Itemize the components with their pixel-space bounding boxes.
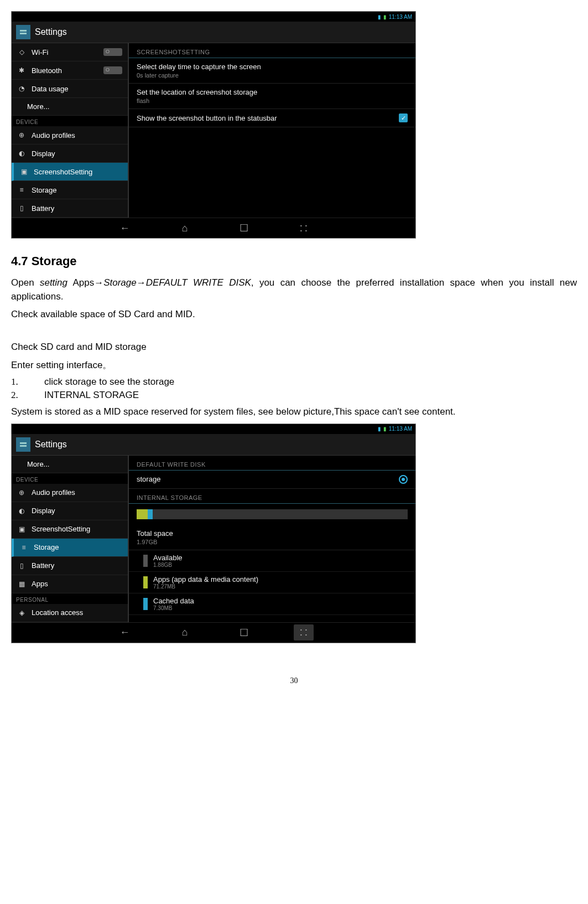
sidebar-item-storage[interactable]: ≡ Storage bbox=[12, 181, 128, 199]
detail-section-default-disk: DEFAULT WRITE DISK bbox=[129, 456, 415, 471]
paragraph-1: Open setting Apps→Storage→DEFAULT WRITE … bbox=[11, 276, 577, 303]
sidebar-item-battery[interactable]: ▯ Battery bbox=[12, 557, 128, 575]
storage-icon: ≡ bbox=[17, 185, 26, 194]
sidebar-item-audio[interactable]: ⊕ Audio profiles bbox=[12, 126, 128, 144]
screenshot-2: ▮ ▮ 11:13 AM Settings More... DEVICE ⊕ A… bbox=[11, 423, 416, 643]
status-bar: ▮ ▮ 11:13 AM bbox=[12, 12, 415, 22]
sidebar-item-bluetooth[interactable]: ✱ Bluetooth bbox=[12, 61, 128, 80]
recent-button[interactable]: ☐ bbox=[233, 624, 255, 641]
storage-usage-bar bbox=[137, 509, 408, 519]
screenshot-icon: ▣ bbox=[19, 167, 28, 176]
detail-item-delay[interactable]: Select delay time to capture the screen … bbox=[129, 58, 415, 84]
detail-section-header: SCREENSHOTSETTING bbox=[129, 43, 415, 58]
sidebar-item-display[interactable]: ◐ Display bbox=[12, 144, 128, 163]
sidebar-item-screenshot[interactable]: ▣ ScreenshotSetting bbox=[12, 520, 128, 539]
sidebar-item-audio[interactable]: ⊕ Audio profiles bbox=[12, 484, 128, 502]
sidebar-item-location[interactable]: ◈ Location access bbox=[12, 604, 128, 622]
wifi-icon: ◇ bbox=[17, 48, 26, 56]
detail-item-storage-radio[interactable]: storage bbox=[129, 471, 415, 489]
storage-segment-cached bbox=[148, 509, 153, 519]
storage-radio[interactable] bbox=[399, 475, 408, 484]
data-usage-icon: ◔ bbox=[17, 84, 26, 93]
sidebar-item-label: Bluetooth bbox=[32, 66, 62, 75]
sidebar-item-battery[interactable]: ▯ Battery bbox=[12, 199, 128, 218]
sidebar-item-storage[interactable]: ≡ Storage bbox=[12, 539, 128, 557]
detail-item-title: Show the screenshot button in the status… bbox=[137, 114, 277, 122]
swatch-cached bbox=[143, 598, 148, 610]
home-button[interactable]: ⌂ bbox=[175, 220, 195, 236]
show-checkbox[interactable]: ✓ bbox=[399, 113, 408, 122]
sidebar-item-more[interactable]: More... bbox=[12, 456, 128, 473]
sidebar-item-label: More... bbox=[27, 102, 49, 111]
battery-icon: ▯ bbox=[17, 561, 26, 570]
audio-icon: ⊕ bbox=[17, 488, 26, 497]
sidebar-section-device: DEVICE bbox=[12, 473, 128, 484]
svg-rect-2 bbox=[20, 442, 27, 444]
signal-icon: ▮ bbox=[378, 426, 381, 432]
sidebar: ◇ Wi-Fi ✱ Bluetooth ◔ Data usage More...… bbox=[12, 43, 129, 218]
apps-icon: ▦ bbox=[17, 580, 26, 588]
row-title: Available bbox=[153, 554, 183, 562]
paragraph-3: Check SD card and MID storage bbox=[11, 340, 577, 354]
sidebar-item-label: Data usage bbox=[32, 85, 69, 93]
sidebar-item-label: Audio profiles bbox=[32, 488, 75, 497]
sidebar-item-display[interactable]: ◐ Display bbox=[12, 502, 128, 520]
bluetooth-toggle[interactable] bbox=[103, 66, 122, 74]
sidebar-item-label: Storage bbox=[32, 186, 57, 194]
sidebar-item-apps[interactable]: ▦ Apps bbox=[12, 575, 128, 593]
detail-item-title: Set the location of screenshot storage bbox=[137, 88, 257, 96]
sidebar-item-screenshot[interactable]: ▣ ScreenshotSetting bbox=[12, 163, 128, 181]
app-title: Settings bbox=[35, 27, 67, 37]
back-button[interactable]: ← bbox=[113, 220, 137, 236]
svg-rect-1 bbox=[20, 33, 27, 34]
storage-row-available[interactable]: Available 1.88GB bbox=[129, 550, 415, 572]
row-sub: 1.97GB bbox=[137, 539, 173, 545]
detail-item-subtitle: flash bbox=[137, 97, 257, 104]
back-button[interactable]: ← bbox=[113, 624, 137, 640]
storage-segment-apps bbox=[137, 509, 148, 519]
list-item-1: 1. click storage to see the storage bbox=[11, 376, 577, 388]
sidebar-item-label: ScreenshotSetting bbox=[34, 168, 92, 176]
detail-panel: DEFAULT WRITE DISK storage INTERNAL STOR… bbox=[129, 456, 415, 622]
sidebar-item-label: Apps bbox=[32, 580, 48, 588]
swatch-apps bbox=[143, 576, 148, 588]
sidebar-item-label: ScreenshotSetting bbox=[32, 525, 90, 533]
screenshot-icon: ▣ bbox=[17, 525, 26, 534]
sidebar-item-label: Audio profiles bbox=[32, 131, 75, 140]
screenshot-button[interactable]: ⸬ bbox=[294, 220, 314, 236]
app-title: Settings bbox=[35, 440, 67, 450]
list-number: 1. bbox=[11, 376, 22, 388]
detail-item-location[interactable]: Set the location of screenshot storage f… bbox=[129, 84, 415, 109]
signal-icon: ▮ bbox=[378, 14, 381, 20]
settings-icon bbox=[16, 25, 30, 39]
svg-rect-3 bbox=[20, 445, 27, 447]
screenshot-button[interactable]: ⸬ bbox=[294, 624, 314, 640]
storage-row-apps[interactable]: Apps (app data & media content) 71.27MB bbox=[129, 572, 415, 593]
clock-text: 11:13 AM bbox=[389, 426, 412, 432]
detail-item-show-button[interactable]: Show the screenshot button in the status… bbox=[129, 109, 415, 127]
row-sub: 7.30MB bbox=[153, 605, 194, 611]
wifi-toggle[interactable] bbox=[103, 48, 122, 56]
radio-label: storage bbox=[137, 475, 160, 483]
sidebar-item-label: Battery bbox=[32, 204, 54, 213]
sidebar-item-label: More... bbox=[27, 460, 49, 468]
svg-rect-0 bbox=[20, 30, 27, 32]
heading-4-7: 4.7 Storage bbox=[11, 254, 577, 268]
display-icon: ◐ bbox=[17, 149, 26, 158]
detail-item-subtitle: 0s later capture bbox=[137, 72, 261, 79]
sidebar-item-label: Display bbox=[32, 149, 55, 158]
list-number: 2. bbox=[11, 390, 22, 401]
detail-item-total[interactable]: Total space 1.97GB bbox=[129, 525, 415, 550]
sidebar-item-data-usage[interactable]: ◔ Data usage bbox=[12, 80, 128, 98]
page-number: 30 bbox=[11, 676, 577, 685]
sidebar-item-label: Display bbox=[32, 507, 55, 515]
list-text: click storage to see the storage bbox=[44, 376, 174, 388]
app-header: Settings bbox=[12, 22, 415, 43]
home-button[interactable]: ⌂ bbox=[175, 624, 195, 640]
audio-icon: ⊕ bbox=[17, 131, 26, 140]
storage-row-cached[interactable]: Cached data 7.30MB bbox=[129, 593, 415, 615]
sidebar-item-more[interactable]: More... bbox=[12, 98, 128, 116]
paragraph-2: Check available space of SD Card and MID… bbox=[11, 308, 577, 322]
sidebar-item-wifi[interactable]: ◇ Wi-Fi bbox=[12, 43, 128, 61]
recent-button[interactable]: ☐ bbox=[233, 220, 255, 236]
